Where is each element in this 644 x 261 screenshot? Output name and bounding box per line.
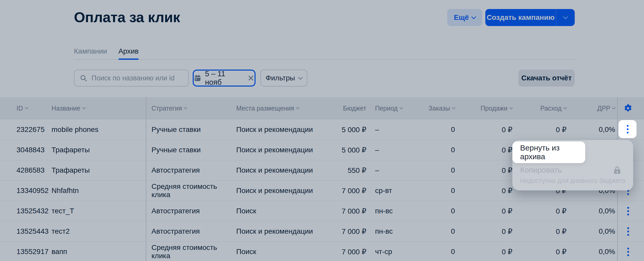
kebab-menu-icon (627, 125, 629, 133)
menu-item-copy: Копировать Недоступно для дневного бюдже… (520, 166, 625, 184)
menu-item-restore-from-archive[interactable]: Вернуть из архива (512, 141, 585, 163)
lock-icon (613, 166, 622, 175)
dim-overlay[interactable] (0, 0, 644, 261)
menu-item-label: Копировать (520, 166, 625, 174)
menu-item-label: Вернуть из архива (520, 144, 585, 161)
pay-per-click-page: Оплата за клик Ещё Создать кампанию Камп… (0, 0, 644, 261)
row-menu-button-active[interactable] (618, 120, 637, 138)
context-menu: Вернуть из архива Копировать Недоступно … (512, 140, 633, 190)
menu-item-subtitle: Недоступно для дневного бюджета (520, 177, 625, 184)
